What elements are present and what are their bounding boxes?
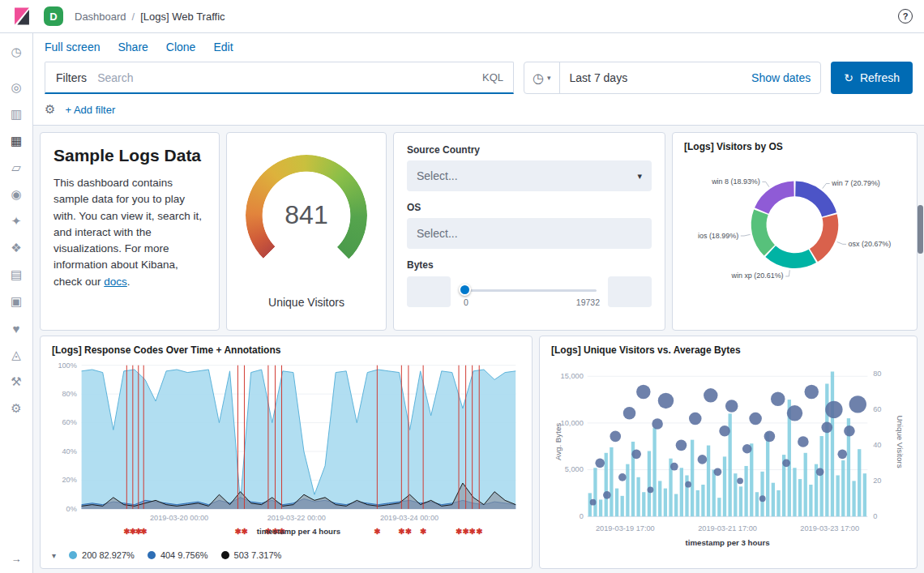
svg-text:✱: ✱ bbox=[420, 527, 426, 536]
space-badge[interactable]: D bbox=[44, 6, 63, 26]
docs-link[interactable]: docs bbox=[104, 276, 127, 288]
svg-text:2019-03-21 17:00: 2019-03-21 17:00 bbox=[698, 524, 757, 532]
breadcrumb-current: [Logs] Web Traffic bbox=[140, 11, 225, 23]
legend-item-404[interactable]: 404 9.756% bbox=[148, 550, 208, 560]
svg-text:0: 0 bbox=[873, 512, 877, 520]
source-country-label: Source Country bbox=[407, 144, 652, 156]
unique-visitors-gauge-panel: 841 Unique Visitors bbox=[226, 132, 387, 331]
svg-text:timestamp per 3 hours: timestamp per 3 hours bbox=[685, 538, 769, 547]
os-control: OS Select... bbox=[407, 202, 652, 249]
dashboard-icon[interactable]: ▦ bbox=[5, 130, 28, 152]
svg-text:Avg. Bytes: Avg. Bytes bbox=[554, 423, 563, 460]
search-input[interactable] bbox=[97, 71, 473, 84]
svg-text:✱: ✱ bbox=[476, 527, 482, 536]
legend-item-200[interactable]: 200 82.927% bbox=[69, 550, 135, 560]
svg-text:win 8 (18.93%): win 8 (18.93%) bbox=[711, 177, 760, 186]
legend-collapse-icon[interactable]: ▾ bbox=[52, 551, 56, 560]
management-icon[interactable]: ⚙ bbox=[5, 398, 28, 419]
metrics-icon[interactable]: ▣ bbox=[5, 291, 28, 312]
breadcrumb-separator: / bbox=[132, 11, 135, 23]
canvas-icon[interactable]: ▱ bbox=[5, 157, 28, 178]
svg-text:2019-03-20 00:00: 2019-03-20 00:00 bbox=[150, 514, 208, 522]
dashboard-content: Sample Logs Data This dashboard contains… bbox=[33, 125, 924, 573]
svg-text:✱: ✱ bbox=[469, 527, 476, 536]
clock-icon: ◷ bbox=[533, 71, 544, 86]
search-box: Filters KQL bbox=[45, 62, 514, 94]
svg-text:80%: 80% bbox=[62, 390, 77, 398]
sample-logs-markdown-panel: Sample Logs Data This dashboard contains… bbox=[40, 132, 220, 331]
source-country-placeholder: Select... bbox=[417, 169, 458, 182]
machine-learning-icon[interactable]: ✦ bbox=[5, 211, 28, 232]
clone-link[interactable]: Clone bbox=[166, 41, 196, 53]
svg-text:40: 40 bbox=[873, 441, 881, 449]
bytes-slider-track[interactable] bbox=[462, 289, 597, 292]
visualize-icon[interactable]: ▥ bbox=[5, 104, 28, 125]
kibana-logo-icon[interactable] bbox=[11, 6, 32, 27]
breadcrumb: Dashboard / [Logs] Web Traffic bbox=[75, 11, 225, 23]
refresh-button[interactable]: ↻ Refresh bbox=[831, 62, 913, 94]
legend-dot bbox=[69, 551, 77, 559]
discover-icon[interactable]: ◎ bbox=[5, 77, 28, 98]
siem-icon[interactable]: ◬ bbox=[5, 344, 28, 366]
filter-settings-gear-icon[interactable]: ⚙ bbox=[45, 102, 55, 117]
show-dates-link[interactable]: Show dates bbox=[751, 71, 820, 84]
bytes-min-input[interactable] bbox=[407, 276, 451, 307]
gauge-label: Unique Visitors bbox=[268, 296, 344, 309]
bytes-max-input[interactable] bbox=[608, 276, 652, 307]
bytes-min-value: 0 bbox=[464, 297, 468, 307]
time-picker: ◷ ▾ Last 7 days Show dates bbox=[524, 62, 821, 94]
svg-text:✱: ✱ bbox=[456, 527, 462, 536]
top-bar: D Dashboard / [Logs] Web Traffic ? bbox=[0, 0, 924, 33]
legend-dot bbox=[221, 551, 229, 559]
svg-text:✱: ✱ bbox=[140, 527, 147, 536]
scrollbar-thumb[interactable] bbox=[918, 205, 923, 254]
filters-dropdown[interactable]: Filters bbox=[45, 71, 97, 84]
main-area: Full screen Share Clone Edit Filters KQL… bbox=[33, 33, 924, 573]
svg-text:5,000: 5,000 bbox=[565, 465, 584, 473]
full-screen-link[interactable]: Full screen bbox=[45, 41, 100, 53]
kibana-app: D Dashboard / [Logs] Web Traffic ? ◷◎▥▦▱… bbox=[0, 0, 924, 573]
legend-label: 404 9.756% bbox=[160, 550, 208, 560]
svg-text:2019-03-19 17:00: 2019-03-19 17:00 bbox=[596, 524, 655, 532]
svg-text:osx (20.67%): osx (20.67%) bbox=[849, 240, 892, 248]
collapse-nav-icon[interactable]: → bbox=[11, 553, 22, 565]
markdown-text: This dashboard contains sample data for … bbox=[53, 177, 202, 288]
visitors-by-os-panel: [Logs] Visitors by OS win 7 (20.79%)osx … bbox=[672, 132, 918, 331]
controls-panel: Source Country Select... ▾ OS Select... bbox=[393, 132, 665, 331]
recently-viewed-icon[interactable]: ◷ bbox=[5, 41, 28, 62]
panel-row-1: Sample Logs Data This dashboard contains… bbox=[40, 132, 918, 331]
source-country-select[interactable]: Select... ▾ bbox=[407, 160, 652, 191]
time-range-value[interactable]: Last 7 days bbox=[560, 71, 638, 84]
os-select[interactable]: Select... bbox=[407, 218, 652, 249]
legend-label: 503 7.317% bbox=[234, 550, 282, 560]
svg-text:2019-03-22 00:00: 2019-03-22 00:00 bbox=[267, 514, 326, 522]
add-filter-link[interactable]: + Add filter bbox=[65, 104, 115, 116]
svg-text:0: 0 bbox=[580, 512, 584, 520]
svg-text:0%: 0% bbox=[66, 505, 77, 513]
svg-text:2019-03-23 17:00: 2019-03-23 17:00 bbox=[800, 524, 859, 532]
uptime-icon[interactable]: ♥ bbox=[5, 318, 28, 339]
share-link[interactable]: Share bbox=[118, 41, 148, 53]
response-codes-panel: [Logs] Response Codes Over Time + Annota… bbox=[40, 336, 533, 569]
legend-item-503[interactable]: 503 7.317% bbox=[221, 550, 282, 560]
response-codes-chart[interactable]: 0%20%40%60%80%100%✱✱✱✱✱✱✱✱✱✱✱✱✱✱✱✱✱2019-… bbox=[52, 359, 520, 540]
refresh-icon: ↻ bbox=[844, 71, 853, 84]
markdown-body: This dashboard contains sample data for … bbox=[53, 175, 206, 290]
svg-text:✱: ✱ bbox=[374, 527, 380, 536]
time-quick-menu[interactable]: ◷ ▾ bbox=[524, 62, 560, 93]
unique-visitors-chart[interactable]: 05,00010,00015,0000204060802019-03-19 17… bbox=[551, 359, 905, 558]
bytes-control: Bytes 0 19732 bbox=[407, 259, 652, 308]
dev-tools-icon[interactable]: ⚒ bbox=[5, 371, 28, 392]
legend-dot bbox=[148, 551, 156, 559]
visitors-by-os-chart[interactable]: win 7 (20.79%)osx (20.67%)win xp (20.61%… bbox=[684, 156, 905, 298]
help-icon[interactable]: ? bbox=[898, 9, 913, 24]
maps-icon[interactable]: ◉ bbox=[5, 184, 28, 205]
svg-text:20%: 20% bbox=[62, 476, 77, 484]
kql-button[interactable]: KQL bbox=[473, 71, 513, 83]
bytes-slider-handle[interactable] bbox=[459, 284, 471, 296]
svg-text:timestamp per 4 hours: timestamp per 4 hours bbox=[257, 527, 340, 536]
logs-icon[interactable]: ▤ bbox=[5, 264, 28, 285]
graph-icon[interactable]: ❖ bbox=[5, 237, 28, 259]
breadcrumb-dashboard[interactable]: Dashboard bbox=[75, 11, 126, 23]
edit-link[interactable]: Edit bbox=[213, 41, 233, 53]
